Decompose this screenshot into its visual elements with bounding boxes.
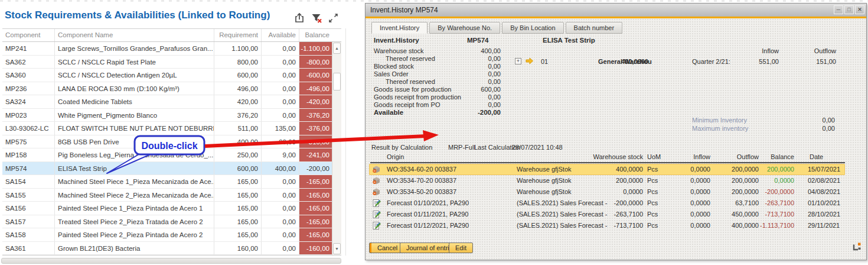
component-name-cell: Large Screws_Tornillos Grandes_Parafusos… <box>55 42 214 55</box>
balance-cell: -713,7100 <box>765 209 794 220</box>
horizontal-scrollbar[interactable] <box>1 258 341 264</box>
stock-table-row[interactable]: SA360SCLC / NSCLC Detection Antigen 20µL… <box>2 69 341 82</box>
scroll-up-icon[interactable]: ▲ <box>333 43 341 54</box>
work-order-icon <box>372 188 381 200</box>
tab-by-bin-location[interactable]: By Bin Location <box>502 22 563 34</box>
vertical-scrollbar[interactable]: ▲ ▼ <box>332 42 341 255</box>
available-cell: 0,00 <box>262 42 299 55</box>
component-name-cell: Grown BL21(DE3) Bacteria <box>55 242 214 255</box>
edit-button[interactable]: Edit <box>449 243 473 253</box>
column-header-origin[interactable]: Origin <box>387 153 404 160</box>
source-cell: (SALES.2021) Sales Forecast - <box>517 209 607 220</box>
stock-table-row[interactable]: SA324Coated Medicine Tablets420,000,00-4… <box>2 95 341 109</box>
quarter-inflow-value: 551,00 <box>759 58 779 65</box>
summary-row: Goods receipt from PO0,00 <box>366 101 866 109</box>
close-icon[interactable]: ✕ <box>855 5 864 14</box>
stock-table-row[interactable]: MP574ELISA Test Strip600,00400,00-200,00 <box>2 162 341 176</box>
forecast-icon <box>372 221 381 234</box>
stock-table-row[interactable]: SA155Machined Steel Piece 2_Pieza Mecani… <box>2 189 341 202</box>
available-cell: 0,00 <box>262 82 299 95</box>
component-name-cell: Machined Steel Piece 2_Pieza Mecanizada … <box>55 189 214 202</box>
stock-table-row[interactable]: MP158Pig Boneless Leg_Pierna Deshuesada … <box>2 148 341 162</box>
window-titlebar[interactable]: Invent.History MP574 ─ □ ✕ <box>366 4 866 17</box>
summary-row: Thereof reserved0,00 <box>366 78 866 86</box>
warehouse-stock-cell: -200,0000 <box>614 198 643 209</box>
history-table-row[interactable]: WO:3534-60-20 003837Warehouse gfjStok400… <box>366 164 866 175</box>
column-header-component-name[interactable]: Component Name <box>55 29 214 41</box>
origin-cell: WO:3534-50-20 003837 <box>387 186 456 198</box>
forecast-icon <box>372 199 381 211</box>
column-header-outflow[interactable]: Outflow <box>737 153 759 160</box>
cancel-button[interactable]: Cancel <box>369 243 404 253</box>
quarter-label: Quarter 2/21: <box>692 58 730 65</box>
warehouse-code[interactable]: 01 <box>541 58 548 65</box>
minimize-icon[interactable]: ─ <box>834 5 843 14</box>
tab-invent-history[interactable]: Invent.History <box>371 22 428 34</box>
summary-label: Goods receipt from PO <box>374 101 440 109</box>
column-header-requirement[interactable]: Requirement <box>214 29 262 41</box>
column-header-balance[interactable]: Balance <box>299 29 332 41</box>
component-cell: SA324 <box>2 95 55 108</box>
window-controls: ─ □ ✕ <box>834 5 864 14</box>
stock-table-row[interactable]: SA361Grown BL21(DE3) Bacteria160,000,00-… <box>2 242 341 256</box>
requirement-cell: 496,00 <box>214 82 262 95</box>
origin-cell: WO:3534-60-20 003837 <box>387 164 456 175</box>
date-cell: 29/11/2021 <box>808 220 840 231</box>
column-header-date[interactable]: Date <box>810 153 823 160</box>
column-header-warehouse-stock[interactable]: Warehouse stock <box>593 153 643 160</box>
component-cell: MP575 <box>2 135 55 148</box>
summary-row: Goods issue for production600,00 <box>366 86 866 93</box>
scrollbar-thumb[interactable] <box>333 73 341 91</box>
stock-table-row[interactable]: SA362SCLC / NSCLC Rapid Test Plate800,00… <box>2 56 341 69</box>
summary-row: Warehouse stock400,00 <box>366 47 866 55</box>
export-icon[interactable] <box>293 12 305 24</box>
tab-by-warehouse-no-[interactable]: By Warehouse No. <box>429 22 500 34</box>
history-table-row[interactable]: Forecast 01/11/2021, PA290(SALES.2021) S… <box>366 209 866 220</box>
stock-table-row[interactable]: SA158Painted Steel Piece 2_Pieza Pintada… <box>2 228 341 242</box>
uom-cell: Pcs <box>647 186 658 198</box>
warehouse-stock-cell: -713,7100 <box>614 220 643 231</box>
scroll-down-icon[interactable]: ▼ <box>333 243 341 254</box>
history-table-row[interactable]: Forecast 01/10/2021, PA290(SALES.2021) S… <box>366 198 866 209</box>
column-header-uom[interactable]: UoM <box>647 153 661 160</box>
tab-batch-number[interactable]: Batch number <box>566 22 622 34</box>
stock-table-row[interactable]: MP236LANA DE ROCA E30 mm (D:100 Kg/m³)49… <box>2 82 341 96</box>
resize-grip-icon[interactable] <box>853 242 862 252</box>
warehouse-stock-cell: -263,7100 <box>614 209 643 220</box>
component-name-cell: White Pigment_Pigmento Blanco <box>55 109 214 122</box>
stock-table-row[interactable]: MP5758GB USB Pen Drive400,0090,00-310,00 <box>2 135 341 149</box>
yellow-arrow-icon[interactable] <box>525 57 534 66</box>
history-table-row[interactable]: WO:3534-70-20 003837Warehouse gfjStok200… <box>366 175 866 186</box>
uom-cell: Pcs <box>647 164 658 175</box>
component-cell: SA154 <box>2 175 55 188</box>
stock-table-row[interactable]: SA154Machined Steel Piece 1_Pieza Mecani… <box>2 175 341 189</box>
work-order-icon <box>372 165 381 177</box>
column-header-available[interactable]: Available <box>262 29 299 41</box>
stock-table-row[interactable]: L30-93062-LCFLOAT SWITCH TUBE NUT PLATE … <box>2 122 341 135</box>
page-title: Stock Requirements & Availabilities (Lin… <box>5 9 270 21</box>
stock-table-row[interactable]: MP241Large Screws_Tornillos Grandes_Para… <box>2 42 341 56</box>
summary-row: Available-200,00 <box>366 109 866 117</box>
summary-value: 0,00 <box>488 101 501 109</box>
history-table-row[interactable]: Forecast 01/12/2021, PA290(SALES.2021) S… <box>366 220 866 231</box>
balance-cell: -600,00 <box>299 69 332 82</box>
uom-cell: Pcs <box>647 220 658 231</box>
component-name-cell: Painted Steel Piece 2_Pieza Pintada de A… <box>55 228 214 241</box>
origin-cell: WO:3534-70-20 003837 <box>387 175 456 186</box>
panel-toolbar <box>293 12 338 24</box>
fullscreen-icon[interactable] <box>328 13 338 23</box>
outflow-cell: 200,0000 <box>732 164 759 175</box>
stock-table-row[interactable]: SA156Painted Steel Piece 1_Pieza Pintada… <box>2 202 341 215</box>
expand-plus-icon[interactable]: + <box>515 58 521 64</box>
column-header-inflow[interactable]: Inflow <box>693 153 710 160</box>
column-header-component[interactable]: Component <box>2 29 55 41</box>
history-table-row[interactable]: WO:3534-50-20 003837Warehouse gfjStok0,0… <box>366 186 866 198</box>
filter-clear-icon[interactable] <box>311 12 323 24</box>
maximize-icon[interactable]: □ <box>844 5 854 14</box>
outflow-cell: 200,0000 <box>732 175 759 186</box>
column-header-balance[interactable]: Balance <box>771 153 794 160</box>
stock-table-row[interactable]: MP023White Pigment_Pigmento Blanco376,20… <box>2 109 341 122</box>
stock-table-row[interactable]: SA157Treated Steel Piece 2_Pieza Tratada… <box>2 215 341 229</box>
component-cell: MP236 <box>2 82 55 95</box>
stock-table: Component Component Name Requirement Ava… <box>2 28 341 256</box>
